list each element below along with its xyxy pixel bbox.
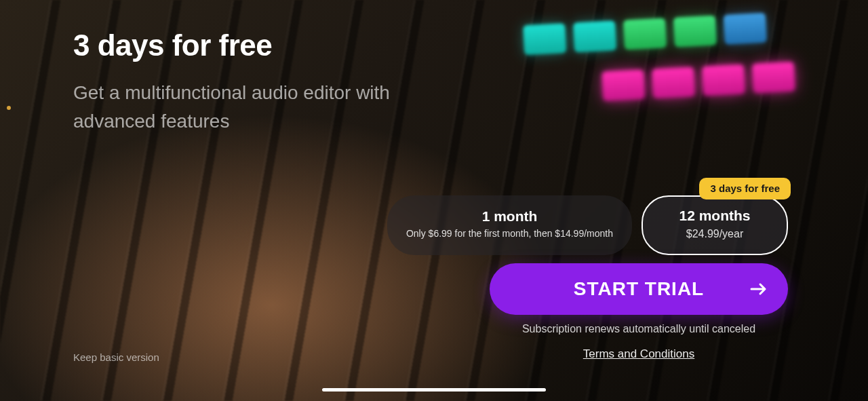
home-indicator[interactable] — [322, 388, 546, 392]
keep-basic-version-link[interactable]: Keep basic version — [73, 351, 159, 363]
cta-label: START TRIAL — [574, 278, 704, 300]
arrow-right-icon — [750, 282, 768, 296]
page-subheadline: Get a multifunctional audio editor with … — [73, 79, 426, 136]
plan-title: 12 months — [662, 208, 768, 224]
terms-link[interactable]: Terms and Conditions — [490, 347, 788, 361]
plan-price: $24.99/year — [662, 227, 768, 242]
plan-option-1-month[interactable]: 1 month Only $6.99 for the first month, … — [387, 195, 632, 255]
plan-options: 1 month Only $6.99 for the first month, … — [387, 195, 788, 255]
plan-option-12-months[interactable]: 3 days for free 12 months $24.99/year — [642, 195, 788, 255]
start-trial-button[interactable]: START TRIAL — [490, 263, 788, 315]
renewal-note: Subscription renews automatically until … — [490, 323, 788, 335]
free-trial-badge: 3 days for free — [699, 178, 791, 199]
plan-title: 1 month — [406, 208, 613, 225]
page-headline: 3 days for free — [73, 28, 272, 62]
plan-price: Only $6.99 for the first month, then $14… — [406, 227, 613, 241]
